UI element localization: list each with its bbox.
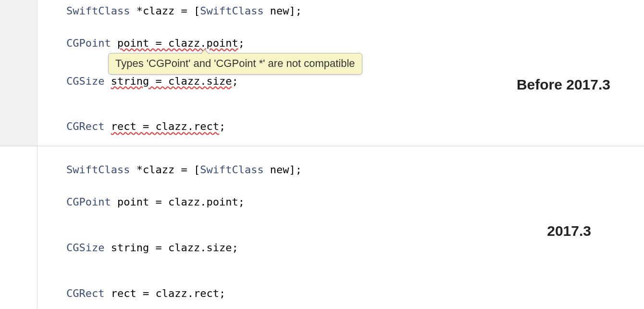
identifier-token: new — [264, 5, 289, 17]
type-token: SwiftClass — [200, 164, 263, 176]
op-token: ; — [232, 75, 238, 87]
panel-after: SwiftClass *clazz = [SwiftClass new]; CG… — [0, 146, 644, 309]
op-token: = — [136, 287, 156, 299]
type-token: CGSize — [66, 242, 104, 254]
op-token: ; — [232, 242, 238, 254]
identifier-token: clazz — [143, 164, 174, 176]
blank-line — [37, 104, 644, 117]
version-label-after: 2017.3 — [547, 221, 591, 241]
type-token: CGRect — [66, 120, 104, 132]
op-token: = — [149, 242, 168, 254]
type-token: SwiftClass — [66, 5, 130, 17]
op-token: . — [200, 242, 206, 254]
editor-gutter — [0, 146, 37, 309]
identifier-token: clazz — [155, 287, 187, 299]
version-label-before: Before 2017.3 — [517, 75, 610, 95]
identifier-token: clazz — [168, 242, 200, 254]
identifier-token: point — [206, 196, 238, 208]
blank-line — [37, 258, 644, 271]
identifier-token: clazz — [143, 5, 174, 17]
identifier-token: clazz — [168, 196, 200, 208]
identifier-token: size — [206, 242, 232, 254]
op-token: ]; — [289, 5, 302, 17]
op-token: * — [130, 5, 143, 17]
editor-gutter — [0, 0, 37, 146]
code-line: CGPoint point = clazz.point; — [37, 34, 644, 53]
identifier-token: rect — [194, 287, 219, 299]
op-token: ; — [238, 37, 245, 49]
op-token: ; — [219, 120, 225, 132]
blank-line — [37, 180, 644, 193]
identifier-token: point — [111, 196, 149, 208]
type-token: SwiftClass — [66, 164, 130, 176]
panel-before: SwiftClass *clazz = [SwiftClass new]; CG… — [0, 0, 644, 146]
tooltip-text: Types 'CGPoint' and 'CGPoint *' are not … — [115, 57, 355, 69]
code-line: CGRect rect = clazz.rect; — [37, 284, 644, 303]
error-underline[interactable]: point = clazz.point — [117, 37, 238, 49]
op-token: ; — [219, 287, 225, 299]
op-token: = [ — [174, 5, 200, 17]
type-token: CGSize — [66, 75, 104, 87]
op-token: * — [130, 164, 143, 176]
comparison-container: SwiftClass *clazz = [SwiftClass new]; CG… — [0, 0, 644, 309]
identifier-token: new — [264, 164, 289, 176]
code-line: SwiftClass *clazz = [SwiftClass new]; — [37, 161, 644, 180]
identifier-token: rect — [104, 287, 136, 299]
error-underline[interactable]: string = clazz.size — [111, 75, 232, 87]
type-token: CGPoint — [66, 196, 111, 208]
error-tooltip: Types 'CGPoint' and 'CGPoint *' are not … — [108, 53, 362, 75]
op-token: ; — [238, 196, 245, 208]
blank-line — [37, 271, 644, 284]
op-token: = [ — [174, 164, 200, 176]
code-line: SwiftClass *clazz = [SwiftClass new]; — [37, 2, 644, 21]
op-token: = — [149, 196, 168, 208]
identifier-token: string — [104, 242, 149, 254]
op-token: ]; — [289, 164, 302, 176]
code-line: CGRect rect = clazz.rect; — [37, 117, 644, 136]
code-editor-after[interactable]: SwiftClass *clazz = [SwiftClass new]; CG… — [37, 146, 644, 309]
code-line: CGPoint point = clazz.point; — [37, 193, 644, 212]
type-token: CGRect — [66, 287, 104, 299]
op-token: . — [187, 287, 194, 299]
op-token: . — [200, 196, 206, 208]
code-line: CGSize string = clazz.size; — [37, 239, 644, 258]
type-token: SwiftClass — [200, 5, 263, 17]
type-token: CGPoint — [66, 37, 111, 49]
code-editor-before[interactable]: SwiftClass *clazz = [SwiftClass new]; CG… — [37, 0, 644, 146]
blank-line — [37, 21, 644, 34]
error-underline[interactable]: rect = clazz.rect — [111, 120, 219, 132]
